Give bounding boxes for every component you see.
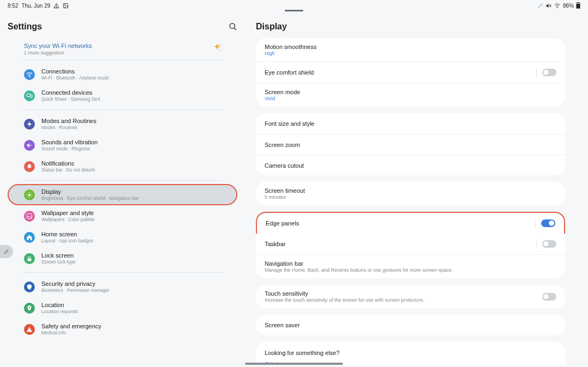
setting-title: Screen timeout — [265, 187, 305, 194]
setting-row-screen-saver[interactable]: Screen saver — [256, 315, 565, 335]
setting-row-screen-timeout[interactable]: Screen timeout5 minutes — [256, 182, 565, 205]
setting-row-eye-comfort-shield[interactable]: Eye comfort shield — [256, 62, 565, 83]
setting-row-taskbar[interactable]: Taskbar — [256, 234, 565, 254]
wallpaper-icon — [24, 211, 35, 222]
setting-row-camera-cutout[interactable]: Camera cutout — [256, 155, 565, 175]
sidebar-item-sub: Wallpapers · Color palette — [41, 217, 94, 222]
image-icon — [63, 3, 69, 9]
sidebar-item-location[interactable]: Location Location requests — [8, 297, 237, 319]
sidebar-item-title: Lock screen — [41, 252, 76, 259]
setting-sub: Increase the touch sensitivity of the sc… — [265, 297, 424, 303]
status-bar: 8:52 Thu, Jun 29 86% — [0, 0, 588, 11]
sidebar-item-home-screen[interactable]: Home screen Layout · App icon badges — [8, 227, 237, 248]
svg-point-14 — [28, 194, 30, 196]
setting-sub: High — [265, 51, 316, 56]
nav-bar-handle[interactable] — [245, 363, 343, 365]
sidebar-item-title: Safety and emergency — [41, 323, 101, 329]
sidebar-item-sub: Biometrics · Permission manager — [41, 288, 109, 293]
settings-card: Screen saver — [256, 315, 565, 335]
warning-icon — [53, 3, 59, 9]
svg-point-3 — [557, 7, 558, 7]
toggle-switch[interactable] — [542, 240, 556, 248]
battery-icon — [576, 2, 580, 9]
svg-point-8 — [219, 44, 220, 45]
sidebar-item-modes-and-routines[interactable]: Modes and Routines Modes · Routines — [8, 113, 237, 134]
sidebar-item-title: Notifications — [41, 160, 95, 167]
setting-row-touch-sensitivity[interactable]: Touch sensitivityIncrease the touch sens… — [256, 285, 565, 308]
setting-title: Taskbar — [265, 241, 286, 247]
drag-handle[interactable] — [285, 10, 303, 11]
setting-title: Font size and style — [265, 120, 315, 127]
sidebar-item-sub: Modes · Routines — [41, 125, 96, 130]
sidebar-item-wallpaper-and-style[interactable]: Wallpaper and style Wallpapers · Color p… — [8, 205, 237, 227]
svg-point-9 — [219, 50, 220, 51]
settings-card: Motion smoothnessHighEye comfort shieldS… — [256, 38, 565, 107]
sidebar-item-title: Home screen — [41, 231, 93, 237]
sidebar-item-connected-devices[interactable]: Connected devices Quick Share · Samsung … — [8, 85, 237, 106]
divider — [24, 60, 222, 60]
divider — [24, 272, 222, 273]
setting-row-font-size-and-style[interactable]: Font size and style — [256, 113, 565, 134]
separator — [536, 239, 537, 249]
wifi-icon — [24, 69, 35, 80]
setting-sub: Manage the Home, Back, and Recents butto… — [265, 267, 453, 273]
sidebar-item-sounds-and-vibration[interactable]: Sounds and vibration Sound mode · Ringto… — [8, 134, 237, 156]
setting-title: Camera cutout — [265, 162, 304, 169]
lock-icon — [24, 253, 35, 264]
status-time: 8:52 — [8, 3, 18, 9]
sidebar-item-title: Security and privacy — [41, 280, 109, 287]
edge-panel-handle[interactable] — [0, 245, 13, 258]
settings-card: Screen timeout5 minutes — [256, 182, 565, 205]
svg-rect-1 — [64, 3, 68, 8]
sidebar-item-title: Wallpaper and style — [41, 210, 94, 216]
status-date: Thu, Jun 29 — [21, 3, 50, 9]
svg-point-2 — [65, 4, 65, 5]
setting-row-screen-zoom[interactable]: Screen zoom — [256, 134, 565, 155]
devices-icon — [24, 90, 35, 101]
settings-sidebar: Settings Sync your Wi-Fi networks 1 more… — [0, 11, 245, 365]
setting-row-screen-mode[interactable]: Screen modeVivid — [256, 83, 565, 107]
sound-icon — [24, 140, 35, 151]
sidebar-item-display[interactable]: Display Brightness · Eye comfort shield … — [8, 184, 237, 205]
setting-row-navigation-bar[interactable]: Navigation barManage the Home, Back, and… — [256, 254, 565, 278]
bell-icon — [24, 161, 35, 172]
svg-rect-16 — [28, 258, 32, 261]
sidebar-item-notifications[interactable]: Notifications Status bar · Do not distur… — [8, 156, 237, 177]
setting-title: Touch sensitivity — [265, 290, 424, 297]
mute-icon — [546, 3, 552, 9]
sidebar-item-sub: Medical info — [41, 330, 101, 335]
setting-title: Screen mode — [265, 89, 300, 95]
sidebar-item-sub: Layout · App icon badges — [41, 238, 93, 243]
pin-icon — [24, 303, 35, 314]
modes-icon — [24, 119, 35, 130]
sidebar-item-security-and-privacy[interactable]: Security and privacy Biometrics · Permis… — [8, 276, 237, 297]
settings-card: Font size and styleScreen zoomCamera cut… — [256, 113, 565, 175]
looking-for-title: Looking for something else? — [265, 350, 556, 356]
display-icon — [24, 189, 35, 200]
setting-sub: Vivid — [265, 96, 300, 101]
separator — [535, 218, 536, 228]
home-icon — [24, 232, 35, 243]
svg-rect-12 — [30, 95, 32, 98]
svg-point-17 — [29, 307, 30, 308]
svg-point-0 — [56, 7, 57, 7]
network-suggestion[interactable]: Sync your Wi-Fi networks 1 more suggesti… — [24, 42, 222, 56]
toggle-switch[interactable] — [542, 69, 556, 76]
divider — [24, 180, 222, 181]
svg-point-13 — [28, 123, 31, 125]
separator — [536, 68, 537, 77]
settings-title: Settings — [8, 22, 42, 32]
shield-icon — [24, 282, 35, 292]
toggle-switch[interactable] — [542, 293, 556, 301]
sidebar-item-lock-screen[interactable]: Lock screen Screen lock type — [8, 248, 237, 269]
sidebar-item-connections[interactable]: Connections Wi-Fi · Bluetooth · Airplane… — [8, 64, 237, 85]
sidebar-item-title: Sounds and vibration — [41, 139, 97, 145]
sidebar-item-safety-and-emergency[interactable]: Safety and emergency Medical info — [8, 319, 237, 340]
toggle-switch[interactable] — [541, 219, 555, 227]
setting-row-motion-smoothness[interactable]: Motion smoothnessHigh — [256, 38, 565, 62]
setting-row-edge-panels[interactable]: Edge panels — [257, 213, 564, 234]
search-icon[interactable] — [229, 22, 237, 31]
sidebar-item-sub: Quick Share · Samsung DeX — [41, 96, 101, 102]
pen-icon — [537, 3, 543, 9]
sparkle-icon — [212, 42, 222, 52]
